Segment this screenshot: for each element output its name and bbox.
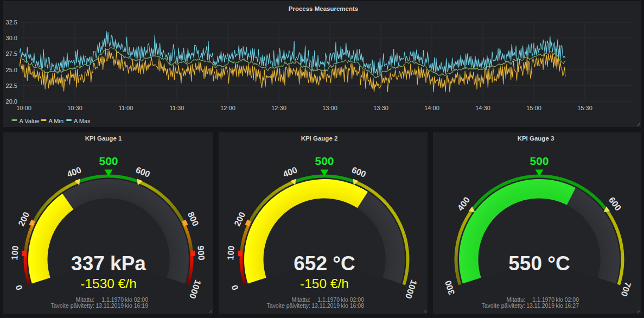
svg-text:600: 600 [607,195,623,213]
svg-text:A Max: A Max [74,118,91,124]
svg-text:11:30: 11:30 [170,105,184,111]
svg-text:400: 400 [456,195,472,213]
svg-text:100: 100 [10,245,20,260]
svg-text:14:30: 14:30 [475,105,490,111]
svg-text:A Min: A Min [49,118,64,124]
svg-text:klo 16:19: klo 16:19 [125,302,148,309]
svg-text:13:00: 13:00 [322,105,337,111]
svg-text:10:00: 10:00 [16,105,31,111]
svg-text:500: 500 [99,155,118,167]
svg-text:13:30: 13:30 [373,105,388,111]
svg-text:900: 900 [196,245,206,260]
svg-text:500: 500 [315,155,334,167]
svg-text:-150 €/h: -150 €/h [300,276,349,291]
svg-text:0: 0 [230,284,240,291]
svg-text:-1530 €/h: -1530 €/h [80,276,137,291]
svg-text:12:30: 12:30 [271,105,286,111]
svg-text:13.11.2019: 13.11.2019 [311,302,340,309]
svg-text:A Value: A Value [20,118,40,124]
svg-text:15:00: 15:00 [526,105,541,111]
svg-text:500: 500 [530,155,549,167]
svg-text:400: 400 [66,165,82,179]
svg-text:20.0: 20.0 [6,98,17,105]
svg-text:300: 300 [443,279,456,296]
svg-text:700: 700 [619,281,633,298]
svg-text:10:30: 10:30 [67,105,82,111]
svg-text:25.0: 25.0 [6,67,17,73]
svg-text:652 °C: 652 °C [294,252,355,275]
svg-text:13.11.2019: 13.11.2019 [95,302,124,309]
svg-text:800: 800 [186,211,201,228]
svg-text:14:00: 14:00 [424,105,439,111]
svg-text:15:30: 15:30 [577,105,592,111]
svg-text:Tavoite päivitetty:: Tavoite päivitetty: [266,302,310,309]
svg-text:11:00: 11:00 [119,105,133,111]
svg-text:550 °C: 550 °C [508,252,570,275]
svg-text:13.11.2019: 13.11.2019 [526,302,554,309]
svg-text:klo 16:27: klo 16:27 [556,302,579,309]
svg-text:200: 200 [16,211,31,228]
svg-text:Tavoite päivitetty:: Tavoite päivitetty: [481,302,525,309]
svg-text:32.5: 32.5 [6,19,17,26]
svg-text:Tavoite päivitetty:: Tavoite päivitetty: [50,302,94,309]
svg-text:klo 16:08: klo 16:08 [341,302,364,309]
svg-text:400: 400 [282,165,298,179]
svg-text:27.5: 27.5 [6,50,17,57]
svg-text:30.0: 30.0 [6,35,17,41]
svg-text:22.5: 22.5 [6,82,17,89]
svg-text:0: 0 [14,284,24,291]
svg-text:600: 600 [350,165,367,179]
svg-text:12:00: 12:00 [220,105,235,111]
svg-text:Process Measurements: Process Measurements [289,5,358,12]
svg-text:200: 200 [232,211,247,228]
svg-text:600: 600 [135,165,151,179]
svg-text:337 kPa: 337 kPa [71,252,146,275]
svg-text:100: 100 [226,245,236,260]
